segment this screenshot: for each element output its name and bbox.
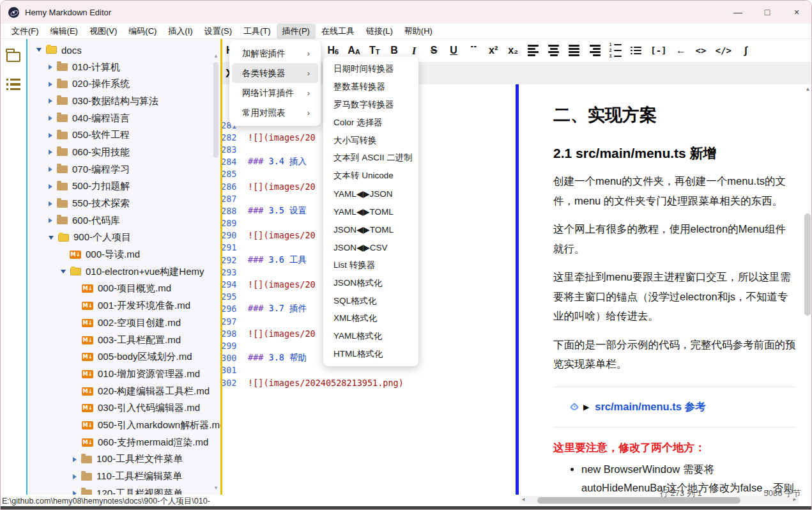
scroll-down-icon[interactable]: ▼ [212,485,220,491]
chevron-right-icon[interactable] [73,457,77,462]
converter-menu-item-9[interactable]: JSON◀▶TOML [323,220,418,238]
tree-file-item[interactable]: M↓003-工具栏配置.md [29,332,221,349]
plugin-menu-item-2[interactable]: 网络计算插件› [232,83,318,103]
scroll-up-icon[interactable]: ▲ [212,53,220,59]
scroll-up-icon[interactable]: ▲ [803,86,812,92]
chevron-right-icon[interactable] [49,201,52,206]
plugin-menu-item-3[interactable]: 常用对照表› [232,103,318,123]
strikethrough-icon[interactable]: S [429,45,440,56]
code-block-icon[interactable]: </> [716,46,732,55]
chevron-right-icon[interactable] [49,167,52,172]
outline-list-icon[interactable] [6,79,20,90]
unordered-list-icon[interactable] [631,47,641,55]
converter-menu-item-1[interactable]: 整数基转换器 [323,78,418,96]
ordered-list-icon[interactable]: 123 [609,43,622,58]
converter-menu-item-4[interactable]: 大小写转换 [323,132,418,150]
converter-menu-item-14[interactable]: XML格式化 [323,309,418,327]
underline-icon[interactable]: U [448,45,459,56]
chevron-right-icon[interactable] [49,116,52,121]
details-toggle[interactable]: ▶ src/main/menu.ts 参考 [553,400,796,414]
chevron-down-icon[interactable] [36,48,42,52]
blockquote-icon[interactable]: “ [468,46,479,55]
inline-code-icon[interactable]: <> [696,46,707,55]
explorer-folder-icon[interactable] [6,52,20,62]
horizontal-scrollbar-thumb[interactable] [537,497,740,504]
superscript-icon[interactable]: x² [488,45,499,56]
plugin-menu-item-0[interactable]: 加解密插件› [232,43,318,63]
heading-6-icon[interactable]: H6 [327,45,339,56]
details-label[interactable]: src/main/menu.ts 参考 [595,400,705,414]
preview-horizontal-scrollbar[interactable]: ◄ ► [519,496,799,504]
tree-folder-item[interactable]: 050-软件工程 [29,127,221,144]
formula-icon[interactable]: ∫ [740,45,751,56]
tree-folder-item[interactable]: 600-代码库 [29,212,221,229]
chevron-right-icon[interactable] [49,65,52,70]
preview-scrollbar-thumb[interactable] [804,213,811,316]
converter-menu-item-13[interactable]: SQL格式化 [323,292,418,310]
chevron-right-icon[interactable] [49,82,52,87]
converter-menu-item-2[interactable]: 罗马数字转换器 [323,96,418,114]
maximize-button[interactable]: □ [753,1,782,24]
italic-icon[interactable]: I [409,45,420,56]
plugin-menu-item-1[interactable]: 各类转换器› [232,63,318,83]
tree-folder-item[interactable]: 030-数据结构与算法 [29,93,221,110]
menubar-item-2[interactable]: 视图(V) [84,24,123,39]
chevron-down-icon[interactable] [49,236,54,240]
menubar-item-3[interactable]: 编码(C) [123,24,162,39]
converter-menu-item-11[interactable]: List 转换器 [323,256,418,274]
minimize-button[interactable]: — [723,1,753,24]
align-justify-icon[interactable] [569,45,580,56]
menubar-item-1[interactable]: 编辑(E) [45,24,84,39]
tree-folder-item[interactable]: 040-编程语言 [29,110,221,127]
converter-menu-item-7[interactable]: YAML◀▶JSON [323,185,418,203]
tree-file-item[interactable]: M↓020-构建编辑器工具栏.md [29,383,221,400]
chevron-right-icon[interactable] [49,150,52,155]
subscript-icon[interactable]: x₂ [508,45,519,56]
converter-menu-item-6[interactable]: 文本转 Unicode [323,167,418,185]
menubar-item-9[interactable]: 链接(L) [360,24,399,39]
menubar-item-0[interactable]: 文件(F) [6,24,45,39]
tree-folder-item[interactable]: 500-力扣题解 [29,178,221,196]
tree-folder-item[interactable]: 010-计算机 [29,59,221,76]
font-size-icon[interactable]: AA [348,45,360,56]
align-center-icon[interactable] [548,45,560,56]
tree-folder-item[interactable]: 900-个人项目 [29,229,221,247]
tree-file-item[interactable]: M↓002-空项目创建.md [29,314,221,332]
tree-file-item[interactable]: M↓030-引入代码编辑器.md [29,399,221,417]
chevron-down-icon[interactable] [61,270,66,274]
tree-folder-item[interactable]: 020-操作系统 [29,75,221,93]
tree-file-item[interactable]: M↓005-body区域划分.md [29,348,221,366]
tree-scrollbar[interactable]: ▲ ▼ [212,53,220,491]
chevron-right-icon[interactable] [49,218,52,223]
tree-folder-item[interactable]: 010-electron+vue构建Hemy [29,263,221,281]
line-break-icon[interactable]: ← [676,45,687,56]
tree-folder-item[interactable]: 060-实用技能 [29,144,221,161]
tree-file-item[interactable]: M↓010-增加资源管理器.md [29,366,221,383]
tree-folder-item[interactable]: 100-工具栏文件菜单 [29,451,221,468]
menubar-item-4[interactable]: 插入(I) [162,24,198,39]
converter-menu-item-10[interactable]: JSON◀▶CSV [323,238,418,256]
tree-folder-item[interactable]: 110-工具栏编辑菜单 [29,468,221,485]
chevron-right-icon[interactable] [49,98,52,104]
disclosure-triangle-icon[interactable]: ▶ [583,403,589,412]
menubar-item-7[interactable]: 插件(P) [277,24,316,39]
tree-folder-item[interactable]: 070-编程学习 [29,161,221,178]
converter-menu-item-12[interactable]: JSON格式化 [323,274,418,292]
tree-file-item[interactable]: M↓060-支持mermaid渲染.md [29,434,221,451]
converter-menu-item-3[interactable]: Color 选择器 [323,114,418,132]
preview-scrollbar[interactable]: ▲ [803,86,812,496]
converter-menu-item-15[interactable]: YAML格式化 [323,327,418,345]
tree-file-item[interactable]: M↓050-引入markdown解析器.md [29,417,221,434]
editor-line[interactable]: 302![](images/20240528213951.png) [221,376,516,389]
align-right-icon[interactable] [589,45,601,56]
converter-menu-item-0[interactable]: 日期时间转换器 [323,60,418,78]
close-button[interactable]: × [782,1,811,24]
chevron-right-icon[interactable] [73,474,77,479]
bold-icon[interactable]: B [389,45,400,56]
focus-mode-icon[interactable]: [-] [650,46,666,55]
tree-editor-divider[interactable] [220,39,222,496]
tree-file-item[interactable]: M↓000-导读.md [29,246,221,263]
menubar-item-10[interactable]: 帮助(H) [399,24,438,39]
menubar-item-6[interactable]: 工具(T) [238,24,277,39]
tree-file-item[interactable]: M↓000-项目概览.md [29,281,221,298]
